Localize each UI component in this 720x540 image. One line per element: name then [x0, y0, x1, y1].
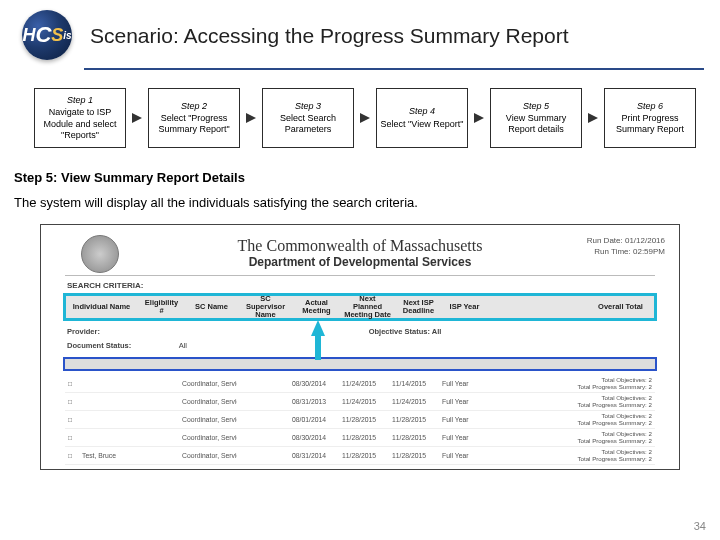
table-row: □Coordinator, Service08/30/201411/28/201…: [65, 429, 655, 447]
report-screenshot: The Commonwealth of Massachusetts Depart…: [40, 224, 680, 470]
step-1-box: Step 1 Navigate to ISP Module and select…: [34, 88, 126, 148]
logo: HCSis: [18, 10, 84, 62]
col-overall-total: Overall Total: [588, 303, 654, 311]
objective-value: All: [432, 327, 442, 336]
step-title: Step 4: [380, 106, 464, 117]
steps-row: Step 1 Navigate to ISP Module and select…: [0, 70, 720, 156]
step-body: Select "View Report": [380, 119, 464, 130]
column-header-highlight: Individual Name Eligibility # SC Name SC…: [63, 293, 657, 321]
step-body: Print Progress Summary Report: [608, 113, 692, 136]
col-individual-name: Individual Name: [66, 303, 138, 311]
table-row: □Coordinator, Service08/01/201411/28/201…: [65, 411, 655, 429]
step-title: Step 3: [266, 101, 350, 112]
section-title: Step 5: View Summary Report Details: [0, 156, 720, 191]
step-body: Select "Progress Summary Report": [152, 113, 236, 136]
report-run-meta: Run Date: 01/12/2016 Run Time: 02:59PM: [587, 235, 665, 257]
divider: [65, 275, 655, 276]
table-row: □Coordinator, Service08/31/201311/24/201…: [65, 393, 655, 411]
step-body: Navigate to ISP Module and select "Repor…: [38, 107, 122, 141]
provider-label: Provider:: [67, 327, 157, 336]
col-sc-name: SC Name: [186, 303, 238, 311]
col-sc-supervisor: SC Supervisor Name: [238, 295, 294, 320]
objective-label: Objective Status:: [369, 327, 430, 336]
header: HCSis Scenario: Accessing the Progress S…: [0, 0, 720, 66]
table-row: □Coordinator, Service08/30/201411/24/201…: [65, 375, 655, 393]
step-3-box: Step 3 Select Search Parameters: [262, 88, 354, 148]
page-number: 34: [694, 520, 706, 532]
step-6-box: Step 6 Print Progress Summary Report: [604, 88, 696, 148]
col-actual-meeting: Actual Meeting: [294, 299, 340, 316]
step-4-box: Step 4 Select "View Report": [376, 88, 468, 148]
step-title: Step 6: [608, 101, 692, 112]
up-arrow-icon: [311, 320, 325, 336]
report-subheader: Provider: Objective Status: All: [67, 327, 653, 336]
run-time: Run Time: 02:59PM: [587, 246, 665, 257]
doc-status-label: Document Status:: [67, 341, 177, 350]
row-highlight: [63, 357, 657, 371]
run-date: Run Date: 01/12/2016: [587, 235, 665, 246]
step-body: Select Search Parameters: [266, 113, 350, 136]
col-next-planned: Next Planned Meeting Date: [340, 295, 396, 320]
step-body: View Summary Report details: [494, 113, 578, 136]
arrow-icon: [246, 113, 256, 123]
report-title-1: The Commonwealth of Massachusetts: [41, 237, 679, 255]
col-eligibility: Eligibility #: [138, 299, 186, 316]
col-isp-year: ISP Year: [442, 303, 488, 311]
arrow-icon: [132, 113, 142, 123]
arrow-icon: [588, 113, 598, 123]
step-title: Step 1: [38, 95, 122, 106]
arrow-icon: [474, 113, 484, 123]
step-title: Step 5: [494, 101, 578, 112]
step-5-box: Step 5 View Summary Report details: [490, 88, 582, 148]
data-rows: □Coordinator, Service08/30/201411/24/201…: [65, 375, 655, 465]
page-title: Scenario: Accessing the Progress Summary…: [90, 24, 569, 48]
doc-status-value: All: [179, 341, 187, 350]
step-2-box: Step 2 Select "Progress Summary Report": [148, 88, 240, 148]
report-title-2: Department of Developmental Services: [41, 255, 679, 269]
table-row: □Test, BruceCoordinator, Service08/31/20…: [65, 447, 655, 465]
doc-status-row: Document Status: All: [67, 341, 187, 350]
body-text: The system will display all the individu…: [0, 191, 720, 220]
search-criteria-label: SEARCH CRITERIA:: [67, 281, 143, 290]
arrow-icon: [360, 113, 370, 123]
step-title: Step 2: [152, 101, 236, 112]
logo-circle: HCSis: [22, 10, 72, 60]
col-next-isp: Next ISP Deadline: [396, 299, 442, 316]
